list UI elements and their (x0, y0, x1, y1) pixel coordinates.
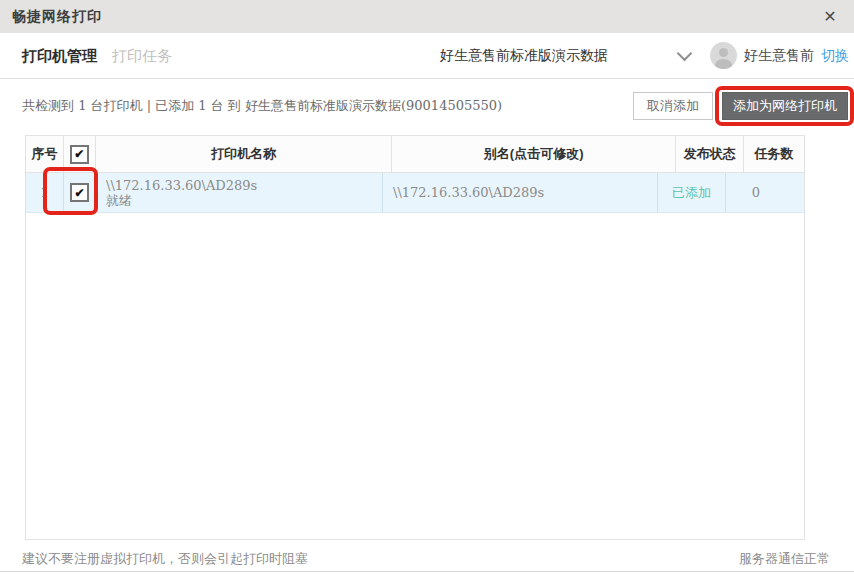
username: 好生意售前 (744, 47, 814, 65)
add-network-printer-button[interactable]: 添加为网络打印机 (722, 92, 848, 120)
column-header-task-count: 任务数 (744, 136, 804, 172)
printer-table: 序号 ✔ 打印机名称 别名(点击可修改) 发布状态 任务数 1 ✔ \\172.… (25, 135, 805, 540)
server-status-text: 服务器通信正常 (739, 550, 830, 568)
window-title: 畅捷网络打印 (12, 0, 102, 33)
avatar-head-shape (719, 48, 728, 57)
cancel-add-button[interactable]: 取消添加 (633, 92, 713, 120)
printer-state: 就绪 (106, 193, 132, 208)
check-icon: ✔ (74, 187, 84, 199)
footer-warning-text: 建议不要注册虚拟打印机，否则会引起打印时阻塞 (22, 550, 308, 568)
row-index: 1 (26, 173, 64, 212)
printer-alias-cell[interactable]: \\172.16.33.60\AD289s (383, 173, 658, 212)
column-header-checkbox: ✔ (64, 136, 96, 172)
close-icon[interactable]: ✕ (816, 0, 844, 33)
switch-account-link[interactable]: 切换 (821, 47, 849, 65)
table-row[interactable]: 1 ✔ \\172.16.33.60\AD289s 就绪 \\172.16.33… (26, 173, 804, 213)
app-window: 畅捷网络打印 ✕ 打印机管理 打印任务 好生意售前标准版演示数据 好生意售前 切… (0, 0, 854, 578)
task-count: 0 (726, 173, 786, 212)
column-header-publish-status: 发布状态 (676, 136, 744, 172)
tab-print-tasks[interactable]: 打印任务 (112, 33, 172, 78)
printer-name: \\172.16.33.60\AD289s (106, 178, 257, 193)
column-header-printer-name: 打印机名称 (96, 136, 392, 172)
printer-name-cell: \\172.16.33.60\AD289s 就绪 (96, 173, 383, 212)
user-info: 好生意售前 切换 (710, 33, 849, 78)
publish-status-badge: 已添加 (658, 173, 726, 212)
table-header-row: 序号 ✔ 打印机名称 别名(点击可修改) 发布状态 任务数 (26, 136, 804, 173)
bottom-divider (0, 571, 854, 572)
row-checkbox[interactable]: ✔ (70, 183, 89, 202)
title-bar: 畅捷网络打印 ✕ (0, 0, 854, 33)
column-header-index: 序号 (26, 136, 64, 172)
avatar-torso-shape (715, 59, 732, 69)
row-checkbox-cell: ✔ (64, 173, 96, 212)
tab-printer-management[interactable]: 打印机管理 (22, 33, 97, 78)
tab-bar: 打印机管理 打印任务 好生意售前标准版演示数据 好生意售前 切换 (0, 33, 854, 79)
account-dropdown-value: 好生意售前标准版演示数据 (440, 47, 608, 65)
avatar (710, 42, 737, 69)
column-header-alias: 别名(点击可修改) (392, 136, 676, 172)
select-all-checkbox[interactable]: ✔ (70, 145, 89, 164)
account-dropdown[interactable]: 好生意售前标准版演示数据 (440, 33, 694, 78)
detection-status-text: 共检测到 1 台打印机 | 已添加 1 台 到 好生意售前标准版演示数据(900… (22, 97, 502, 115)
check-icon: ✔ (74, 148, 84, 160)
chevron-down-icon (677, 46, 693, 62)
